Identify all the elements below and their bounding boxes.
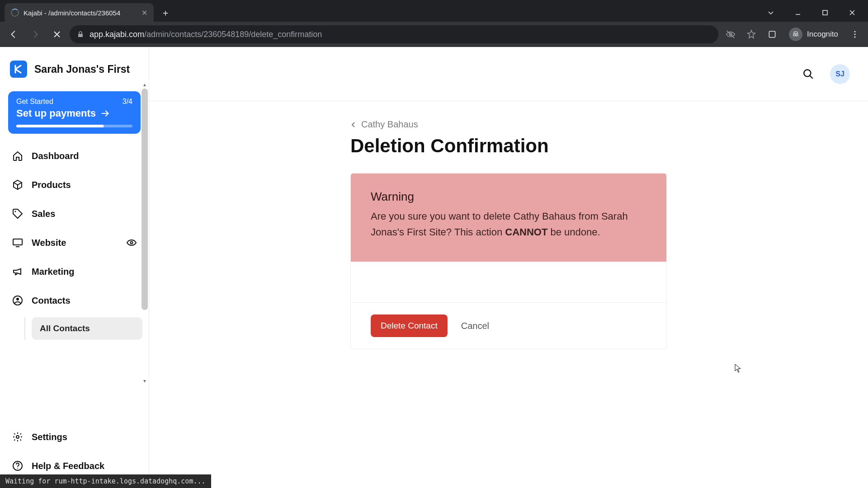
confirmation-card: Warning Are you sure you want to delete … [350,173,667,349]
card-actions: Delete Contact Cancel [351,302,666,349]
bookmark-star-icon[interactable] [743,26,760,43]
help-icon [12,460,24,472]
sidebar-item-marketing[interactable]: Marketing [6,258,142,285]
window-controls [759,4,868,22]
get-started-progress: 3/4 [123,98,132,106]
svg-point-11 [131,242,133,244]
tab-bar: Kajabi - /admin/contacts/236054 ✕ ＋ [0,0,868,22]
arrow-right-icon [100,108,110,118]
url-input[interactable]: app.kajabi.com/admin/contacts/2360548189… [70,25,718,43]
sidebar-nav: Dashboard Products Sales Website Marketi… [6,143,142,343]
tag-icon [12,208,24,220]
breadcrumb-label: Cathy Bahaus [361,119,418,130]
minimize-icon[interactable] [786,4,810,22]
incognito-icon [789,28,802,41]
incognito-indicator[interactable]: Incognito [784,26,843,43]
warning-title: Warning [371,190,646,204]
sidebar-item-label: Settings [32,432,67,442]
scrollbar-thumb[interactable] [142,89,148,310]
sidebar-item-label: Marketing [32,267,74,277]
card-spacer [351,262,666,302]
svg-point-17 [804,70,811,76]
sidebar-item-sales[interactable]: Sales [6,201,142,227]
delete-contact-button[interactable]: Delete Contact [371,314,448,337]
close-window-icon[interactable] [840,4,864,22]
app-root: Sarah Jonas's First Get Started 3/4 Set … [0,47,868,488]
search-button[interactable] [800,66,816,82]
sidebar: Sarah Jonas's First Get Started 3/4 Set … [0,47,149,488]
stop-reload-button[interactable] [48,25,66,43]
get-started-cta: Set up payments [16,108,96,119]
svg-rect-10 [13,239,22,245]
warning-text-part: be undone. [547,226,600,238]
maximize-icon[interactable] [813,4,837,22]
browser-tab[interactable]: Kajabi - /admin/contacts/236054 ✕ [5,3,154,22]
sidebar-subitem-label: All Contacts [40,324,90,333]
forward-button[interactable] [26,25,44,43]
svg-point-13 [16,298,19,300]
monitor-icon [12,237,24,249]
warning-box: Warning Are you sure you want to delete … [351,174,666,262]
new-tab-button[interactable]: ＋ [159,6,172,19]
svg-point-14 [16,436,19,438]
sidebar-item-label: Products [32,180,71,190]
cancel-button[interactable]: Cancel [461,321,489,331]
close-tab-icon[interactable]: ✕ [142,9,147,17]
browser-menu-icon[interactable] [846,26,863,43]
sidebar-item-dashboard[interactable]: Dashboard [6,143,142,169]
svg-point-5 [796,34,798,36]
svg-point-8 [854,36,855,38]
sidebar-scrollbar[interactable]: ▴ ▾ [141,89,149,488]
browser-chrome: Kajabi - /admin/contacts/236054 ✕ ＋ app.… [0,0,868,47]
avatar-initials: SJ [835,70,844,78]
contacts-subnav: All Contacts [24,317,142,340]
url-domain: app.kajabi.com [90,30,144,39]
extensions-icon[interactable] [764,26,781,43]
sidebar-item-settings[interactable]: Settings [6,424,142,450]
svg-point-4 [793,34,796,36]
brand-title: Sarah Jonas's First [34,63,130,75]
progress-bar [16,125,132,127]
sidebar-item-website[interactable]: Website [6,230,142,256]
content-container: Cathy Bahaus Deletion Confirmation Warni… [350,119,667,488]
main-content: Cathy Bahaus Deletion Confirmation Warni… [149,47,868,488]
sidebar-subitem-all-contacts[interactable]: All Contacts [32,317,142,340]
tracking-off-icon[interactable] [722,26,739,43]
search-icon [802,68,814,80]
brand[interactable]: Sarah Jonas's First [6,56,142,91]
warning-text: Are you sure you want to delete Cathy Ba… [371,208,646,240]
sidebar-item-products[interactable]: Products [6,172,142,198]
get-started-card[interactable]: Get Started 3/4 Set up payments [8,91,141,134]
address-bar-icons: Incognito [722,26,863,43]
svg-rect-3 [769,31,775,37]
sidebar-bottom-nav: Settings Help & Feedback [6,424,142,479]
scroll-down-icon[interactable]: ▾ [141,378,149,384]
sidebar-item-label: Dashboard [32,151,79,161]
user-avatar[interactable]: SJ [830,64,850,84]
back-button[interactable] [5,25,23,43]
home-icon [12,150,24,162]
breadcrumb[interactable]: Cathy Bahaus [350,119,667,130]
sidebar-item-contacts[interactable]: Contacts [6,287,142,314]
svg-rect-1 [78,34,83,37]
chevron-left-icon [350,122,357,128]
page-title: Deletion Confirmation [350,135,667,157]
address-bar: app.kajabi.com/admin/contacts/2360548189… [0,22,868,47]
get-started-label: Get Started [16,98,53,106]
tab-title: Kajabi - /admin/contacts/236054 [24,9,137,17]
tab-dropdown-icon[interactable] [759,4,783,22]
svg-point-6 [854,31,855,32]
incognito-label: Incognito [807,30,838,39]
svg-rect-0 [823,10,827,15]
box-icon [12,179,24,191]
megaphone-icon [12,266,24,277]
app-header: SJ [149,47,868,101]
eye-icon[interactable] [126,237,137,248]
scroll-up-icon[interactable]: ▴ [141,81,149,88]
gear-icon [12,431,24,443]
sidebar-item-label: Website [32,238,66,248]
browser-status-bar: Waiting for rum-http-intake.logs.datadog… [0,474,211,488]
warning-emphasis: CANNOT [505,226,547,238]
sidebar-item-label: Contacts [32,296,71,306]
sidebar-item-label: Help & Feedback [32,461,104,471]
